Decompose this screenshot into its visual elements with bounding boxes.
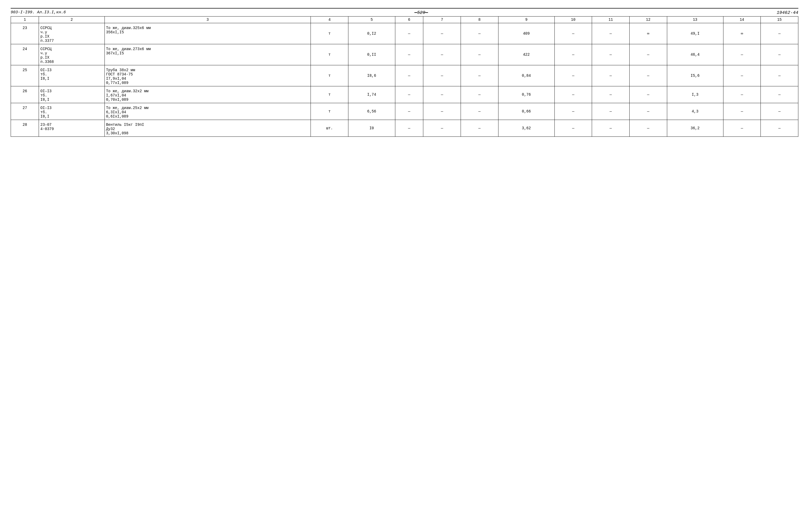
row-number: 23 — [11, 23, 39, 44]
row-col5: 6,56 — [348, 103, 395, 120]
row-col8: — — [461, 86, 498, 103]
col-header-15: 15 — [761, 17, 798, 23]
row-col12: ∞ — [629, 23, 667, 44]
col-header-9: 9 — [498, 17, 554, 23]
row-col12: — — [629, 44, 667, 65]
row-number: 26 — [11, 86, 39, 103]
row-col13: I,3 — [667, 86, 723, 103]
row-number: 24 — [11, 44, 39, 65]
row-col9: 0,76 — [498, 86, 554, 103]
row-unit: т — [311, 23, 348, 44]
main-table: 1 2 3 4 5 6 7 8 9 10 11 12 13 14 15 23СС… — [11, 16, 798, 137]
row-col15: — — [761, 44, 798, 65]
row-description: То же, диам.325х6 мм356хI,I5 — [104, 23, 311, 44]
row-col13: I5,6 — [667, 65, 723, 86]
row-col5: I0 — [348, 120, 395, 137]
row-col8: — — [461, 120, 498, 137]
row-col8: — — [461, 44, 498, 65]
header-row: 1 2 3 4 5 6 7 8 9 10 11 12 13 14 15 — [11, 17, 798, 23]
row-col11: — — [592, 120, 630, 137]
row-col8: — — [461, 23, 498, 44]
table-row: 27OI–I3тб.I8,IТо же, диам.25х2 мм6,3IхI,… — [11, 103, 798, 120]
col-header-7: 7 — [423, 17, 461, 23]
row-col11: — — [592, 65, 630, 86]
row-number: 25 — [11, 65, 39, 86]
row-col8: — — [461, 65, 498, 86]
row-col13: 49,I — [667, 23, 723, 44]
row-col13: 36,2 — [667, 120, 723, 137]
row-unit: т — [311, 44, 348, 65]
row-col7: — — [423, 103, 461, 120]
row-col15: — — [761, 65, 798, 86]
row-col10: — — [554, 86, 592, 103]
row-col15: — — [761, 120, 798, 137]
row-code: 23–074-0379 — [39, 120, 104, 137]
row-number: 27 — [11, 103, 39, 120]
row-col7: — — [423, 120, 461, 137]
row-col9: 0,84 — [498, 65, 554, 86]
row-col11: — — [592, 44, 630, 65]
row-description: То же, диам.273х6 мм367хI,I5 — [104, 44, 311, 65]
row-col12: — — [629, 103, 667, 120]
row-col6: — — [395, 44, 423, 65]
row-description: То же, диам.32х2 ммI,67хI,040,70хI,089 — [104, 86, 311, 103]
row-col10: — — [554, 23, 592, 44]
row-col10: — — [554, 120, 592, 137]
row-col7: — — [423, 65, 461, 86]
col-header-5: 5 — [348, 17, 395, 23]
row-col14: — — [723, 120, 761, 137]
row-description: Труба 38х2 ммГОСТ 8734-75I7,9хI,040,77хI… — [104, 65, 311, 86]
row-col8: — — [461, 103, 498, 120]
header-right: 19462·44 — [776, 10, 798, 15]
row-col7: — — [423, 23, 461, 44]
row-description: Вентиль I5кг I9пIДу323,30хI,098 — [104, 120, 311, 137]
row-col15: — — [761, 103, 798, 120]
row-col9: 422 — [498, 44, 554, 65]
row-col6: — — [395, 120, 423, 137]
col-header-14: 14 — [723, 17, 761, 23]
col-header-10: 10 — [554, 17, 592, 23]
table-row: 23ССРСЦч.ур.IXп.3377То же, диам.325х6 мм… — [11, 23, 798, 44]
row-description: То же, диам.25х2 мм6,3IхI,040,6IхI,089 — [104, 103, 311, 120]
row-col9: 0,66 — [498, 103, 554, 120]
col-header-1: 1 — [11, 17, 39, 23]
row-col10: — — [554, 44, 592, 65]
col-header-4: 4 — [311, 17, 348, 23]
row-col5: I,74 — [348, 86, 395, 103]
row-unit: т — [311, 65, 348, 86]
row-col12: — — [629, 120, 667, 137]
page-header: 903-I-I99. Ал.I3.I,кн.6 —529— 19462·44 — [11, 8, 798, 15]
col-header-6: 6 — [395, 17, 423, 23]
row-col6: — — [395, 23, 423, 44]
row-col5: I8,6 — [348, 65, 395, 86]
row-col12: — — [629, 65, 667, 86]
row-col6: — — [395, 65, 423, 86]
col-header-8: 8 — [461, 17, 498, 23]
row-code: ССРСЦч.ур.IXп.3377 — [39, 23, 104, 44]
row-code: ССРСЦч.ур.IXп.3368 — [39, 44, 104, 65]
row-col11: — — [592, 86, 630, 103]
row-col15: — — [761, 86, 798, 103]
row-unit: т — [311, 103, 348, 120]
row-code: OI–I3тб.I8,I — [39, 103, 104, 120]
row-col14: — — [723, 86, 761, 103]
row-col12: — — [629, 86, 667, 103]
header-center: —529— — [414, 10, 428, 15]
row-col6: — — [395, 86, 423, 103]
row-unit: т — [311, 86, 348, 103]
row-col13: 46,4 — [667, 44, 723, 65]
table-row: 26OI–I3тб.I8,IТо же, диам.32х2 ммI,67хI,… — [11, 86, 798, 103]
row-col11: — — [592, 103, 630, 120]
row-unit: шт. — [311, 120, 348, 137]
row-col14: — — [723, 44, 761, 65]
table-row: 25OI–I3тб.I8,IТруба 38х2 ммГОСТ 8734-75I… — [11, 65, 798, 86]
table-row: 2823–074-0379Вентиль I5кг I9пIДу323,30хI… — [11, 120, 798, 137]
row-col14: — — [723, 65, 761, 86]
row-col14: ∞ — [723, 23, 761, 44]
row-number: 28 — [11, 120, 39, 137]
row-col14: — — [723, 103, 761, 120]
row-col13: 4,3 — [667, 103, 723, 120]
row-col10: — — [554, 65, 592, 86]
row-col6: — — [395, 103, 423, 120]
row-col15: — — [761, 23, 798, 44]
